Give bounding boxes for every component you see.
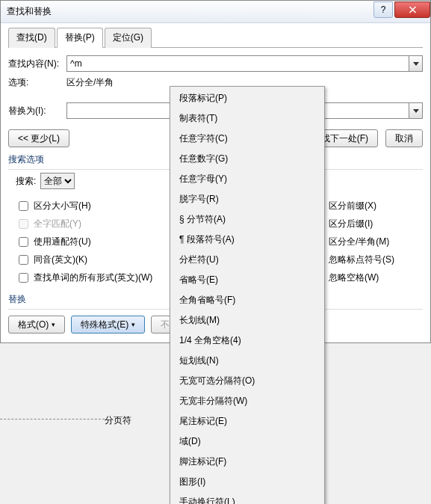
menu-item[interactable]: 任意字符(C) <box>172 129 323 149</box>
tab-find[interactable]: 查找(D) <box>8 28 55 48</box>
menu-item[interactable]: 1/4 全角空格(4) <box>172 331 323 351</box>
menu-item[interactable]: 制表符(T) <box>172 108 323 129</box>
find-row: 查找内容(N): <box>8 55 423 72</box>
tab-bar: 查找(D) 替换(P) 定位(G) <box>8 27 423 48</box>
find-input[interactable] <box>66 55 409 72</box>
search-direction-label: 搜索: <box>16 175 36 188</box>
replace-dropdown-button[interactable] <box>409 102 423 119</box>
special-format-button[interactable]: 特殊格式(E) <box>71 316 145 334</box>
menu-item[interactable]: 省略号(E) <box>172 270 323 290</box>
format-button[interactable]: 格式(O) <box>8 316 65 334</box>
menu-item[interactable]: 无宽非分隔符(W) <box>172 391 323 411</box>
menu-item[interactable]: 脱字号(R) <box>172 189 323 209</box>
titlebar: 查找和替换 ? <box>1 1 430 23</box>
chevron-down-icon <box>413 109 419 113</box>
special-format-menu[interactable]: 段落标记(P)制表符(T)任意字符(C)任意数字(G)任意字母(Y)脱字号(R)… <box>170 86 325 504</box>
replace-label: 替换为(I): <box>8 105 66 117</box>
search-direction-select[interactable]: 全部 <box>40 173 75 189</box>
find-label: 查找内容(N): <box>8 58 66 70</box>
menu-item[interactable]: § 分节符(A) <box>172 209 323 230</box>
close-button[interactable] <box>394 1 430 18</box>
menu-item[interactable]: 域(D) <box>172 431 323 452</box>
chk-prefix[interactable]: 区分前缀(X) <box>311 199 423 213</box>
menu-item[interactable]: 任意字母(Y) <box>172 169 323 189</box>
tab-replace[interactable]: 替换(P) <box>57 28 103 48</box>
chk-ignore-punct[interactable]: 忽略标点符号(S) <box>311 253 423 267</box>
menu-item[interactable]: 任意数字(G) <box>172 149 323 169</box>
menu-item[interactable]: 尾注标记(E) <box>172 411 323 431</box>
menu-item[interactable]: ¶ 段落符号(A) <box>172 230 323 250</box>
page-break-line <box>0 419 105 420</box>
menu-item[interactable]: 手动换行符(L) <box>172 492 323 504</box>
find-dropdown-button[interactable] <box>409 55 423 72</box>
close-icon <box>409 6 417 13</box>
tab-goto[interactable]: 定位(G) <box>105 28 152 48</box>
window-title: 查找和替换 <box>7 5 372 18</box>
menu-item[interactable]: 短划线(N) <box>172 351 323 371</box>
find-combo <box>66 55 423 72</box>
menu-item[interactable]: 长划线(M) <box>172 310 323 331</box>
menu-item[interactable]: 分栏符(U) <box>172 250 323 270</box>
chk-full-half[interactable]: 区分全/半角(M) <box>311 235 423 249</box>
menu-item[interactable]: 脚注标记(F) <box>172 452 323 472</box>
cancel-button[interactable]: 取消 <box>385 129 423 147</box>
help-button[interactable]: ? <box>373 1 393 18</box>
menu-item[interactable]: 无宽可选分隔符(O) <box>172 371 323 391</box>
less-button[interactable]: << 更少(L) <box>8 129 69 147</box>
menu-item[interactable]: 全角省略号(F) <box>172 290 323 310</box>
menu-item[interactable]: 段落标记(P) <box>172 88 323 108</box>
chk-suffix[interactable]: 区分后缀(I) <box>311 217 423 231</box>
chevron-down-icon <box>413 62 419 66</box>
chk-ignore-space[interactable]: 忽略空格(W) <box>311 271 423 285</box>
menu-item[interactable]: 图形(I) <box>172 472 323 492</box>
page-break-label: 分页符 <box>105 414 131 427</box>
options-value: 区分全/半角 <box>66 76 114 89</box>
options-label: 选项: <box>8 76 66 89</box>
titlebar-buttons: ? <box>372 1 430 18</box>
